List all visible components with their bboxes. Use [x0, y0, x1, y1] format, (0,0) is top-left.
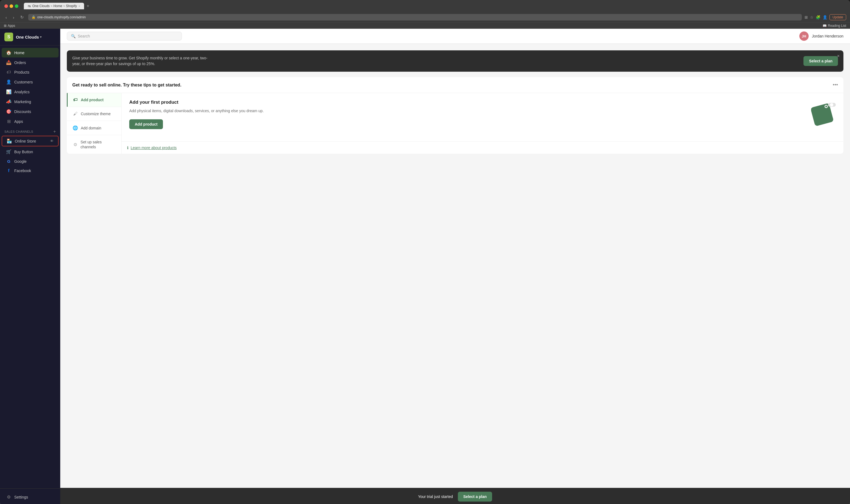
product-tag-svg: [811, 100, 836, 127]
tips-header: Get ready to sell online. Try these tips…: [67, 77, 844, 93]
sidebar-item-facebook[interactable]: f Facebook: [2, 166, 58, 175]
user-avatar: JH: [799, 32, 809, 41]
sidebar-item-label: Google: [14, 159, 27, 164]
sales-channels-label: SALES CHANNELS: [4, 130, 33, 133]
eye-icon[interactable]: 👁: [50, 139, 54, 143]
refresh-button[interactable]: ↻: [19, 14, 25, 20]
add-product-step-icon: 🏷: [73, 97, 78, 102]
tab-favicon: 🛍: [28, 4, 31, 8]
search-bar[interactable]: 🔍 Search: [67, 32, 182, 40]
apps-bookmark[interactable]: ⊞ Apps: [4, 24, 15, 28]
sidebar-item-orders[interactable]: 📥 Orders: [2, 58, 58, 67]
tips-detail-image: [811, 100, 836, 124]
star-icon[interactable]: ☆: [810, 15, 814, 19]
step-label: Add product: [81, 98, 104, 102]
search-placeholder: Search: [78, 34, 178, 38]
customize-theme-step-icon: 🖌: [73, 111, 78, 116]
tips-card: Get ready to sell online. Try these tips…: [67, 77, 844, 154]
store-name[interactable]: One Clouds ▾: [16, 35, 41, 39]
banner-actions: Select a plan: [803, 56, 838, 66]
close-traffic-light[interactable]: [4, 4, 8, 8]
address-bar[interactable]: 🔒 one-clouds.myshopify.com/admin: [28, 14, 802, 20]
tips-detail-description: Add physical items, digital downloads, s…: [129, 108, 804, 114]
tips-steps: 🏷 Add product 🖌 Customize theme 🌐: [67, 93, 122, 154]
sidebar-item-analytics[interactable]: 📊 Analytics: [2, 87, 58, 96]
active-tab[interactable]: 🛍 One Clouds ~ Home ~ Shopify ×: [24, 3, 84, 9]
sidebar-item-label: Buy Button: [14, 150, 33, 154]
sidebar-item-settings[interactable]: ⚙ Settings: [2, 492, 58, 502]
sidebar-item-label: Settings: [14, 495, 28, 499]
orders-icon: 📥: [6, 60, 12, 65]
sidebar-item-buy-button[interactable]: 🛒 Buy Button: [2, 147, 58, 157]
tips-more-button[interactable]: •••: [833, 82, 838, 88]
promo-banner: Give your business time to grow. Get Sho…: [67, 50, 844, 72]
tips-layout: 🏷 Add product 🖌 Customize theme 🌐: [67, 93, 844, 154]
sidebar-item-apps[interactable]: ⊞ Apps: [2, 116, 58, 126]
analytics-icon: 📊: [6, 89, 12, 94]
sidebar-item-products[interactable]: 🏷 Products: [2, 68, 58, 77]
sidebar-nav: 🏠 Home 📥 Orders 🏷 Products 👤 Customers 📊: [0, 46, 60, 488]
sidebar-item-google[interactable]: G Google: [2, 157, 58, 166]
search-icon: 🔍: [71, 34, 75, 38]
sidebar-item-customers[interactable]: 👤 Customers: [2, 77, 58, 87]
update-button[interactable]: Update: [830, 14, 846, 20]
step-sales-channels[interactable]: ⚙ Set up sales channels: [67, 135, 121, 154]
sidebar-item-label: Products: [14, 70, 29, 74]
apps-icon: ⊞: [6, 119, 12, 124]
learn-more-link[interactable]: Learn more about products: [131, 146, 177, 150]
sidebar-item-label: Facebook: [14, 168, 31, 173]
sales-channels-header: SALES CHANNELS +: [0, 126, 60, 135]
profile-icon[interactable]: 👤: [822, 15, 827, 19]
shopify-logo: S: [4, 33, 13, 41]
banner-close-button[interactable]: ×: [837, 54, 839, 58]
sidebar-item-home[interactable]: 🏠 Home: [2, 48, 58, 57]
browser-toolbar: ‹ › ↻ 🔒 one-clouds.myshopify.com/admin ⊞…: [0, 12, 850, 22]
extension-icon[interactable]: 🧩: [816, 15, 820, 19]
sidebar: S One Clouds ▾ 🏠 Home 📥 Orders 🏷: [0, 29, 60, 504]
trial-text: Your trial just started: [418, 494, 453, 499]
tab-close-button[interactable]: ×: [79, 5, 80, 8]
sidebar-item-label: Marketing: [14, 100, 31, 104]
apps-bookmark-label: Apps: [8, 24, 15, 28]
sidebar-item-discounts[interactable]: 🎯 Discounts: [2, 107, 58, 116]
step-add-product[interactable]: 🏷 Add product: [67, 93, 121, 107]
sidebar-item-online-store[interactable]: 🏪 Online Store 👁: [2, 136, 58, 146]
step-customize-theme[interactable]: 🖌 Customize theme: [67, 107, 121, 121]
banner-select-plan-button[interactable]: Select a plan: [803, 56, 838, 66]
reading-list-bookmark[interactable]: 📖 Reading List: [822, 24, 846, 28]
trial-select-plan-button[interactable]: Select a plan: [458, 492, 492, 502]
tips-learn: ℹ Learn more about products: [122, 142, 844, 154]
tips-detail: Add your first product Add physical item…: [122, 93, 844, 142]
sidebar-item-label: Customers: [14, 80, 33, 84]
add-channel-button[interactable]: +: [53, 129, 56, 134]
minimize-traffic-light[interactable]: [10, 4, 13, 8]
forward-button[interactable]: ›: [11, 15, 16, 20]
maximize-traffic-light[interactable]: [15, 4, 18, 8]
app-container: S One Clouds ▾ 🏠 Home 📥 Orders 🏷: [0, 29, 850, 504]
step-add-domain[interactable]: 🌐 Add domain: [67, 121, 121, 135]
sidebar-item-label: Online Store: [15, 139, 36, 143]
apps-bookmark-icon: ⊞: [4, 24, 6, 28]
sidebar-footer: ⚙ Settings: [0, 488, 60, 504]
discounts-icon: 🎯: [6, 109, 12, 114]
products-icon: 🏷: [6, 70, 12, 75]
browser-titlebar: 🛍 One Clouds ~ Home ~ Shopify × +: [0, 0, 850, 12]
step-label: Set up sales channels: [81, 140, 116, 149]
google-icon: G: [6, 159, 12, 164]
add-product-button[interactable]: Add product: [129, 119, 163, 129]
bookmarks-bar: ⊞ Apps 📖 Reading List: [0, 22, 850, 29]
reading-list-icon: 📖: [822, 24, 827, 28]
new-tab-button[interactable]: +: [85, 3, 91, 8]
tips-detail-wrapper: Add your first product Add physical item…: [122, 93, 844, 154]
home-icon: 🏠: [6, 50, 12, 55]
tips-detail-text: Add your first product Add physical item…: [129, 100, 804, 129]
grid-icon[interactable]: ⊞: [804, 15, 808, 19]
sales-channels-step-icon: ⚙: [73, 142, 78, 147]
sidebar-item-label: Discounts: [14, 109, 31, 114]
add-domain-step-icon: 🌐: [73, 125, 78, 130]
back-button[interactable]: ‹: [4, 15, 8, 20]
sidebar-item-label: Orders: [14, 60, 26, 65]
sidebar-item-label: Apps: [14, 119, 23, 124]
sidebar-item-marketing[interactable]: 📣 Marketing: [2, 97, 58, 106]
svg-point-4: [830, 103, 833, 106]
